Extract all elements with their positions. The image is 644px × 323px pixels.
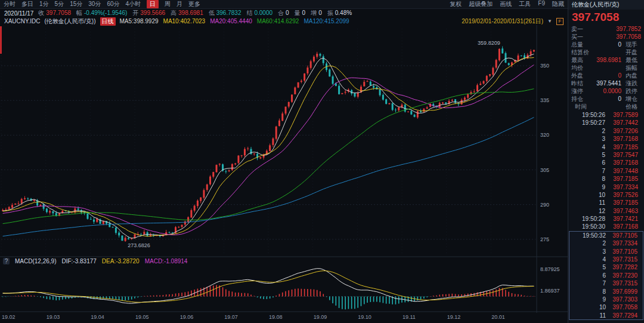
macd-title[interactable]: MACD(12,26,9) bbox=[15, 258, 56, 264]
tab-更多[interactable]: 更多 bbox=[188, 0, 200, 8]
svg-text:305: 305 bbox=[540, 167, 549, 173]
tick-row[interactable]: 4397.7185 bbox=[568, 143, 644, 151]
quote-date: 2020/11/17 bbox=[4, 10, 33, 17]
tick-price: 397.7185 bbox=[613, 199, 638, 207]
formula-icon[interactable]: F bbox=[556, 18, 564, 25]
quote-field-value: 398.6981 bbox=[178, 10, 203, 16]
chevron-down-icon[interactable]: ▼ bbox=[547, 19, 552, 24]
tab-分时[interactable]: 分时 bbox=[4, 0, 16, 8]
tick-row[interactable]: 8397.6999 bbox=[569, 288, 643, 296]
tick-row[interactable]: 3397.7168 bbox=[568, 135, 644, 143]
tick-row[interactable]: 3397.7105 bbox=[569, 248, 643, 256]
field-label: 跌停 bbox=[626, 87, 637, 95]
field-label: 昨结 bbox=[571, 79, 589, 87]
quote-field: 振0.48% bbox=[327, 9, 352, 17]
tick-time: 11 bbox=[575, 312, 606, 319]
tick-row[interactable]: 8397.7185 bbox=[568, 175, 644, 183]
tick-price: 397.7442 bbox=[613, 119, 638, 127]
tick-row[interactable]: 5397.7282 bbox=[569, 263, 643, 271]
tab-4小时[interactable]: 4小时 bbox=[126, 0, 141, 8]
tick-row[interactable]: 19:50:32397.7105 bbox=[569, 232, 643, 239]
tab-多日[interactable]: 多日 bbox=[21, 0, 33, 8]
quote-field: 收397.7058 bbox=[38, 9, 71, 17]
tick-price: 397.7105 bbox=[612, 232, 637, 239]
tick-row[interactable]: 2397.7334 bbox=[569, 239, 643, 247]
tick-row[interactable]: 6397.7230 bbox=[569, 272, 643, 279]
help-icon[interactable]: ? bbox=[3, 258, 10, 264]
tick-row[interactable]: 9397.7334 bbox=[568, 183, 644, 191]
field-label: 涨跌 bbox=[626, 79, 637, 87]
tick-row[interactable]: 2397.7206 bbox=[568, 127, 644, 135]
tick-row[interactable]: 11397.7185 bbox=[568, 199, 644, 207]
toolbar-button-隐藏[interactable]: 隐藏 bbox=[552, 0, 564, 8]
ma-legend-item: MA120:415.2099 bbox=[304, 18, 349, 24]
tick-header: 时间 价格 bbox=[568, 103, 644, 111]
toolbar-button-超级叠加[interactable]: 超级叠加 bbox=[469, 0, 493, 8]
quote-field-value: 0 bbox=[286, 10, 289, 16]
tab-5分[interactable]: 5分 bbox=[55, 0, 64, 8]
quote-row: 最高398.6981最低 bbox=[568, 56, 644, 64]
tick-row[interactable]: 4397.7315 bbox=[569, 256, 643, 263]
tab-周[interactable]: 周 bbox=[165, 0, 171, 8]
quote-row: 买一397.7058 bbox=[568, 33, 644, 41]
tab-30分[interactable]: 30分 bbox=[88, 0, 101, 8]
quote-field-value: 0.0000 bbox=[254, 10, 273, 16]
tab-15分[interactable]: 15分 bbox=[70, 0, 82, 8]
svg-text:320: 320 bbox=[540, 132, 549, 138]
field-label: 买一 bbox=[571, 33, 589, 41]
field-label: 卖一 bbox=[571, 25, 589, 33]
tick-header-time: 时间 bbox=[575, 103, 587, 111]
quote-field-label: 低 bbox=[209, 10, 215, 16]
period-chip[interactable]: 日线 bbox=[100, 17, 116, 26]
tick-row[interactable]: 7397.7448 bbox=[568, 167, 644, 175]
tick-price: 397.7526 bbox=[613, 191, 638, 199]
tick-time: 9 bbox=[575, 296, 606, 303]
tick-row[interactable]: 6397.7168 bbox=[568, 159, 644, 167]
quote-field-label: 量 bbox=[295, 10, 301, 16]
svg-text:19.08: 19.08 bbox=[269, 314, 283, 320]
tick-row[interactable]: 9397.7303 bbox=[569, 296, 643, 303]
tick-price: 397.7168 bbox=[613, 159, 638, 167]
tick-row[interactable]: 12397.7463 bbox=[568, 207, 644, 215]
quote-field: 合0 bbox=[278, 9, 289, 17]
toolbar-button-工具[interactable]: 工具 bbox=[519, 0, 531, 8]
field-label: 开盘 bbox=[626, 48, 637, 56]
tick-time: 7 bbox=[575, 279, 606, 287]
tick-row[interactable]: 7397.7315 bbox=[569, 279, 643, 287]
tick-row[interactable]: 19:50:30397.7168 bbox=[568, 223, 644, 230]
tick-price: 397.7058 bbox=[612, 303, 637, 311]
chart-area[interactable]: 27529030532033535019.0219.0319.0419.0519… bbox=[0, 25, 568, 323]
svg-text:1.86937: 1.86937 bbox=[540, 288, 560, 294]
tab-1分[interactable]: 1分 bbox=[39, 0, 49, 8]
tick-header-price: 价格 bbox=[626, 103, 637, 111]
toolbar-button-画线[interactable]: 画线 bbox=[500, 0, 512, 8]
trading-terminal: 分时多日1分5分15分30分60分4小时日周月更多 复权超级叠加画线工具F9隐藏… bbox=[0, 0, 644, 323]
toolbar-button-复权[interactable]: 复权 bbox=[450, 0, 462, 8]
quote-field: 低396.7832 bbox=[209, 9, 242, 17]
date-range-selector[interactable]: 2019/02/01-2020/01/31(261日) bbox=[462, 17, 543, 26]
tick-row[interactable]: 19:50:28397.7421 bbox=[568, 215, 644, 223]
tick-time: 8 bbox=[575, 288, 606, 296]
last-price: 397.7058 bbox=[568, 10, 644, 24]
tick-row[interactable]: 11397.7294 bbox=[569, 312, 643, 319]
instrument-title: 伦敦金(人民币/克) bbox=[568, 0, 644, 10]
quote-field: 量0 bbox=[295, 9, 306, 17]
svg-text:19.02: 19.02 bbox=[2, 314, 16, 320]
tick-price: 397.7105 bbox=[612, 248, 637, 256]
tick-row[interactable]: 10397.7058 bbox=[569, 303, 643, 311]
tick-price: 397.7303 bbox=[612, 296, 637, 303]
tab-60分[interactable]: 60分 bbox=[107, 0, 119, 8]
tick-row[interactable]: 5397.7547 bbox=[568, 151, 644, 159]
field-label: 总量 bbox=[571, 41, 589, 48]
tick-row[interactable]: 19:50:27397.7442 bbox=[568, 119, 644, 127]
symbol-code: XAUCNY.IDC bbox=[4, 18, 40, 24]
quote-row: 涨停0.0000跌停 bbox=[568, 87, 644, 95]
toolbar-button-F9[interactable]: F9 bbox=[538, 0, 545, 8]
tick-row[interactable]: 19:50:26397.7589 bbox=[568, 111, 644, 119]
tick-row[interactable]: 10397.7526 bbox=[568, 191, 644, 199]
tab-日[interactable]: 日 bbox=[147, 0, 159, 8]
candlestick-chart[interactable]: 27529030532033535019.0219.0319.0419.0519… bbox=[0, 25, 568, 323]
svg-text:359.8209: 359.8209 bbox=[478, 40, 500, 46]
tick-time: 4 bbox=[575, 256, 606, 263]
tab-月[interactable]: 月 bbox=[177, 0, 182, 8]
